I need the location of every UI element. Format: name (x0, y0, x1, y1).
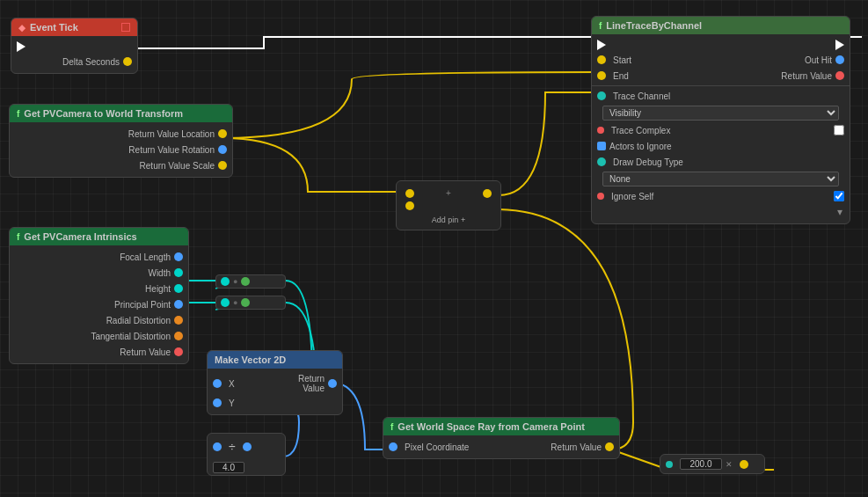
plus-icon: + (419, 188, 478, 198)
pixel-coord-row: Pixel Coordinate Return Value (383, 439, 619, 455)
add-pin-row2 (402, 200, 495, 212)
make-vector2d-node: Make Vector 2D X Return Value Y (207, 350, 343, 415)
return-scale-label: Return Value Scale (15, 161, 215, 171)
func-icon3: f (390, 422, 393, 432)
radial-distortion-pin (174, 316, 183, 325)
width-pin (174, 268, 183, 277)
width-row: Width (10, 265, 188, 281)
out-hit-pin (835, 55, 844, 64)
event-tick-indicator (121, 23, 130, 32)
actors-ignore-row: Actors to Ignore (592, 138, 850, 154)
focal-length-label: Focal Length (15, 252, 171, 262)
return-rotation-row: Return Value Rotation (10, 142, 232, 157)
height-label: Height (15, 284, 171, 294)
principal-point-row: Principal Point (10, 296, 188, 312)
delta-seconds-row: Delta Seconds (11, 54, 137, 69)
trace-channel-select[interactable]: Visibility (602, 106, 839, 121)
x-row: X Return Value (208, 372, 342, 395)
value200-input[interactable] (680, 458, 722, 470)
close-btn[interactable]: ✕ (726, 460, 733, 469)
tangential-distortion-label: Tangential Distortion (15, 332, 171, 341)
exec-out-pin (17, 41, 26, 52)
lt-return-pin (835, 71, 844, 80)
trace-complex-label: Trace Complex (611, 126, 830, 135)
get-camera-world-header: f Get PVCamera to World Transform (10, 105, 232, 122)
trace-channel-pin (597, 91, 606, 100)
func-icon: f (17, 109, 19, 119)
divide-value-input[interactable] (213, 462, 244, 473)
width-multiplier-node: ● (215, 274, 286, 289)
width-label: Width (15, 268, 171, 278)
pixel-coord-pin (389, 442, 398, 451)
actors-ignore-label: Actors to Ignore (609, 142, 844, 151)
start-pin (597, 55, 606, 64)
dot1: ● (233, 277, 237, 286)
exec-row (11, 40, 137, 54)
height-multiplier-node: ● (215, 296, 286, 310)
add-pin-row: + (402, 186, 495, 200)
intrinsics-return-label: Return Value (15, 347, 171, 357)
event-tick-title: Event Tick (30, 22, 78, 33)
draw-debug-label: Draw Debug Type (613, 157, 844, 167)
width-out-pin (241, 277, 250, 286)
line-trace-title: LineTraceByChannel (606, 20, 702, 31)
principal-point-pin (174, 300, 183, 309)
trace-complex-checkbox[interactable] (834, 125, 844, 135)
lt-return-label: Return Value (723, 71, 833, 81)
delta-seconds-pin (123, 57, 132, 66)
line-trace-node: f LineTraceByChannel Start Out Hit End R… (591, 16, 850, 224)
trace-complex-row: Trace Complex (592, 122, 850, 138)
return-rotation-label: Return Value Rotation (15, 145, 215, 155)
dot2: ● (233, 298, 237, 307)
value-200-node: ✕ (660, 454, 765, 474)
return-location-label: Return Value Location (15, 129, 215, 139)
intrinsics-return-row: Return Value (10, 344, 188, 360)
draw-debug-row: Draw Debug Type (592, 154, 850, 170)
end-pin (597, 71, 606, 80)
func-icon2: f (17, 232, 19, 242)
draw-debug-pin (597, 157, 606, 166)
add-pin-out (483, 189, 492, 198)
event-tick-node: ◆ Event Tick Delta Seconds (11, 18, 138, 74)
ignore-self-pin (597, 193, 604, 200)
get-camera-intrinsics-title: Get PVCamera Intrinsics (24, 231, 136, 242)
draw-debug-select[interactable]: None (602, 172, 839, 186)
end-row: End Return Value (592, 68, 850, 84)
line-trace-header: f LineTraceByChannel (592, 17, 850, 34)
intrinsics-return-pin (174, 347, 183, 356)
add-pin-label[interactable]: Add pin + (402, 216, 495, 224)
return-label: Return Value (277, 374, 325, 393)
func-icon4: f (599, 21, 602, 31)
get-camera-intrinsics-node: f Get PVCamera Intrinsics Focal Length W… (9, 227, 189, 364)
event-icon: ◆ (18, 23, 26, 33)
start-label: Start (613, 55, 723, 65)
divide-value-row (208, 460, 285, 475)
add-pin-in1 (405, 189, 414, 198)
radial-distortion-row: Radial Distortion (10, 312, 188, 328)
get-camera-intrinsics-header: f Get PVCamera Intrinsics (10, 228, 188, 245)
focal-length-pin (174, 252, 183, 261)
make-vector2d-title: Make Vector 2D (215, 354, 286, 365)
ignore-self-checkbox[interactable] (834, 191, 844, 201)
trace-channel-row: Trace Channel (592, 88, 850, 104)
get-world-ray-node: f Get World Space Ray from Camera Point … (383, 417, 620, 459)
return-scale-pin (218, 161, 227, 170)
y-in-pin (213, 398, 222, 407)
value200-out-pin (740, 460, 748, 469)
return-scale-row: Return Value Scale (10, 157, 232, 173)
return-location-row: Return Value Location (10, 126, 232, 142)
ignore-self-row: Ignore Self (592, 188, 850, 204)
radial-distortion-label: Radial Distortion (15, 316, 171, 325)
add-pin-in2 (405, 201, 414, 210)
get-world-ray-title: Get World Space Ray from Camera Point (398, 421, 585, 432)
divide-symbol: ÷ (229, 440, 236, 454)
x-label: X (229, 379, 277, 389)
return-location-pin (218, 129, 227, 138)
width-in-pin (221, 277, 230, 286)
end-label: End (613, 71, 723, 81)
scroll-down-indicator: ▾ (592, 204, 850, 220)
vector-out-pin (328, 379, 337, 388)
tangential-distortion-row: Tangential Distortion (10, 328, 188, 344)
actors-ignore-pin (597, 142, 606, 150)
add-pin-node: + Add pin + (396, 180, 501, 230)
